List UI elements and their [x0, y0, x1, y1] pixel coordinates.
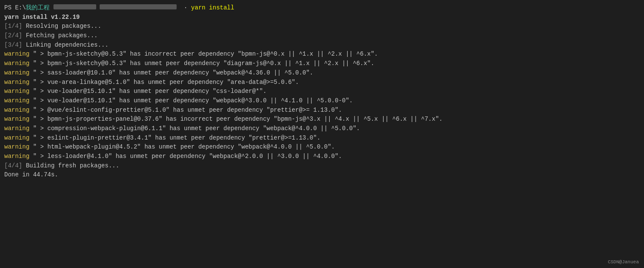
warning-label-3: warning — [4, 68, 30, 78]
cmd-yarn-install: yarn install — [191, 3, 234, 13]
step-3-line: [3/4] Linking dependencies... — [4, 41, 640, 50]
warning-line-11: warning " > html-webpack-plugin@4.5.2" h… — [4, 143, 640, 152]
done-line: Done in 44.74s. — [4, 170, 640, 180]
step-1-text: Resolving packages... — [22, 22, 101, 31]
step-2-line: [2/4] Fetching packages... — [4, 31, 640, 41]
warning-line-4: warning " > vue-area-linkage@5.1.0" has … — [4, 78, 640, 87]
ps-prefix: PS E:\ — [4, 3, 26, 13]
redacted-block-2 — [100, 4, 177, 9]
warning-text-10: " > eslint-plugin-prettier@3.4.1" has un… — [30, 134, 321, 143]
warning-label-1: warning — [4, 50, 30, 59]
terminal-window: PS E:\我的工程 · yarn install yarn install v… — [0, 0, 644, 268]
warning-line-7: warning " > @vue/eslint-config-prettier@… — [4, 106, 640, 115]
warning-label-2: warning — [4, 59, 30, 68]
warning-text-8: " > bpmn-js-properties-panel@0.37.6" has… — [30, 115, 443, 124]
step-1-bracket: [1/4] — [4, 22, 22, 31]
step-3-bracket: [3/4] — [4, 41, 22, 50]
watermark: CSDN@Januea — [608, 259, 639, 265]
warning-label-4: warning — [4, 78, 30, 87]
redacted-block-1 — [53, 4, 96, 9]
warning-line-5: warning " > vue-loader@15.10.1" has unme… — [4, 87, 640, 96]
warning-text-11: " > html-webpack-plugin@4.5.2" has unmet… — [30, 143, 335, 152]
warning-line-6: warning " > vue-loader@15.10.1" has unme… — [4, 96, 640, 106]
warning-text-2: " > bpmn-js-sketchy@0.5.3" has unmet pee… — [30, 59, 375, 68]
warning-text-12: " > less-loader@4.1.0" has unmet peer de… — [30, 152, 342, 161]
warning-line-2: warning " > bpmn-js-sketchy@0.5.3" has u… — [4, 59, 640, 68]
warning-line-9: warning " > compression-webpack-plugin@6… — [4, 124, 640, 134]
warning-line-3: warning " > sass-loader@10.1.0" has unme… — [4, 68, 640, 78]
warning-text-5: " > vue-loader@15.10.1" has unmet peer d… — [30, 87, 267, 96]
step-2-bracket: [2/4] — [4, 31, 22, 41]
ps-prompt-line: PS E:\我的工程 · yarn install — [4, 3, 640, 13]
warning-label-5: warning — [4, 87, 30, 96]
step-3-text: Linking dependencies... — [22, 41, 109, 50]
warning-line-1: warning " > bpmn-js-sketchy@0.5.3" has i… — [4, 50, 640, 59]
warning-text-9: " > compression-webpack-plugin@6.1.1" ha… — [30, 124, 360, 134]
step-4-line: [4/4] Building fresh packages... — [4, 161, 640, 171]
warning-text-4: " > vue-area-linkage@5.1.0" has unmet pe… — [30, 78, 299, 87]
warning-label-10: warning — [4, 134, 30, 143]
warning-label-9: warning — [4, 124, 30, 134]
step-2-text: Fetching packages... — [22, 31, 97, 41]
warning-line-12: warning " > less-loader@4.1.0" has unmet… — [4, 152, 640, 161]
warning-label-6: warning — [4, 96, 30, 106]
warning-text-1: " > bpmn-js-sketchy@0.5.3" has incorrect… — [30, 50, 378, 59]
step-4-bracket: [4/4] — [4, 161, 22, 171]
done-text: Done in 44.74s. — [4, 170, 58, 180]
ps-redacted1 — [50, 3, 53, 13]
ps-path: 我的工程 — [26, 3, 50, 13]
step-4-text: Building fresh packages... — [22, 161, 119, 171]
yarn-install-text: yarn install v1.22.19 — [4, 13, 80, 22]
step-1-line: [1/4] Resolving packages... — [4, 22, 640, 31]
warning-text-7: " > @vue/eslint-config-prettier@5.1.0" h… — [30, 106, 342, 115]
warning-text-3: " > sass-loader@10.1.0" has unmet peer d… — [30, 68, 313, 78]
warning-label-12: warning — [4, 152, 30, 161]
warning-line-10: warning " > eslint-plugin-prettier@3.4.1… — [4, 134, 640, 143]
yarn-version-line: yarn install v1.22.19 — [4, 13, 640, 22]
warning-line-8: warning " > bpmn-js-properties-panel@0.3… — [4, 115, 640, 124]
warning-label-11: warning — [4, 143, 30, 152]
warning-label-7: warning — [4, 106, 30, 115]
warning-text-6: " > vue-loader@15.10.1" has unmet peer d… — [30, 96, 353, 106]
warning-label-8: warning — [4, 115, 30, 124]
